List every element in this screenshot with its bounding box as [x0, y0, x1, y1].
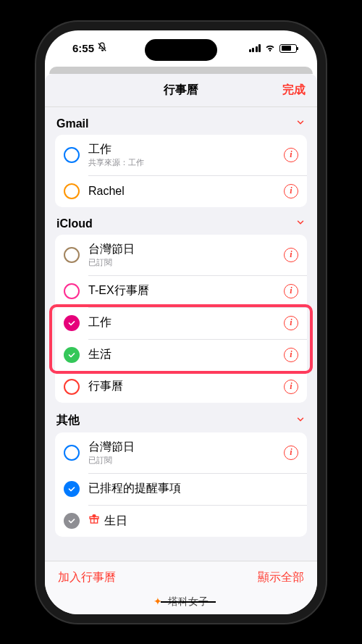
add-calendar-button[interactable]: 加入行事曆 — [58, 570, 116, 585]
watermark: ✦ 塔科女子 — [45, 593, 317, 614]
row-text: 工作共享來源：工作 — [88, 142, 284, 168]
sheet-header: 行事曆 完成 — [45, 74, 317, 107]
calendar-name: Rachel — [88, 185, 284, 198]
wifi-icon — [264, 44, 276, 53]
info-icon[interactable]: i — [284, 380, 298, 394]
calendar-row[interactable]: 台灣節日已訂閱i — [55, 432, 307, 473]
status-left: 6:55 — [72, 42, 107, 54]
calendar-row[interactable]: 行事曆i — [55, 371, 307, 403]
calendar-name: 已排程的提醒事項 — [88, 481, 298, 496]
chevron-down-icon[interactable] — [295, 414, 306, 427]
watermark-text: 塔科女子 — [168, 595, 209, 607]
phone-frame: 6:55 行事曆 完成 Gmail工作共享來源：工作iRacheliiCloud… — [36, 22, 326, 623]
phone-screen: 6:55 行事曆 完成 Gmail工作共享來源：工作iRacheliiCloud… — [45, 30, 317, 614]
section-title: Gmail — [56, 117, 88, 130]
calendar-row[interactable]: 工作共享來源：工作i — [55, 135, 307, 175]
calendar-checkbox[interactable] — [64, 315, 80, 331]
calendar-checkbox[interactable] — [64, 247, 80, 263]
info-icon[interactable]: i — [284, 284, 298, 298]
section-header[interactable]: Gmail — [45, 107, 317, 135]
calendar-subtitle: 已訂閱 — [88, 257, 284, 268]
done-button[interactable]: 完成 — [282, 83, 306, 98]
calendar-name: 工作 — [88, 315, 284, 330]
chevron-down-icon[interactable] — [295, 217, 306, 230]
row-text: 生日 — [88, 513, 298, 529]
show-all-button[interactable]: 顯示全部 — [258, 570, 304, 585]
sheet-backdrop — [49, 67, 313, 74]
calendar-row[interactable]: 已排程的提醒事項 — [55, 473, 307, 505]
content-area[interactable]: Gmail工作共享來源：工作iRacheliiCloud台灣節日已訂閱iT-EX… — [45, 107, 317, 561]
status-time: 6:55 — [72, 42, 94, 54]
calendar-name: 生日 — [88, 513, 298, 529]
calendar-name: T-EX行事曆 — [88, 283, 284, 298]
info-icon[interactable]: i — [284, 148, 298, 162]
calendar-checkbox[interactable] — [64, 379, 80, 395]
calendar-subtitle: 共享來源：工作 — [88, 157, 284, 168]
row-text: 工作 — [88, 315, 284, 330]
row-text: 行事曆 — [88, 379, 284, 394]
status-right — [249, 44, 298, 53]
row-text: 台灣節日已訂閱 — [88, 440, 284, 466]
calendar-checkbox[interactable] — [64, 283, 80, 299]
row-text: 台灣節日已訂閱 — [88, 242, 284, 268]
calendar-row[interactable]: 工作i — [55, 307, 307, 339]
info-icon[interactable]: i — [284, 248, 298, 262]
gift-icon — [88, 513, 100, 524]
battery-icon — [279, 44, 297, 53]
section-header[interactable]: 其他 — [45, 403, 317, 432]
row-text: 生活 — [88, 347, 284, 362]
sheet-title: 行事曆 — [164, 83, 198, 98]
section-header[interactable]: iCloud — [45, 207, 317, 235]
calendar-name: 台灣節日 — [88, 242, 284, 257]
calendar-checkbox[interactable] — [64, 445, 80, 461]
row-text: 已排程的提醒事項 — [88, 481, 298, 496]
info-icon[interactable]: i — [284, 446, 298, 460]
calendar-row[interactable]: 台灣節日已訂閱i — [55, 235, 307, 275]
bottom-toolbar: 加入行事曆 顯示全部 — [45, 561, 317, 593]
section-title: 其他 — [56, 413, 80, 428]
calendar-checkbox[interactable] — [64, 481, 80, 497]
row-text: Rachel — [88, 185, 284, 198]
calendar-list: 台灣節日已訂閱i已排程的提醒事項生日 — [55, 432, 307, 537]
calendar-checkbox[interactable] — [64, 183, 80, 199]
calendar-list: 工作共享來源：工作iRacheli — [55, 135, 307, 207]
calendar-name: 生活 — [88, 347, 284, 362]
calendar-row[interactable]: Racheli — [55, 175, 307, 207]
chevron-down-icon[interactable] — [295, 117, 306, 130]
section-title: iCloud — [56, 217, 93, 230]
calendar-name: 行事曆 — [88, 379, 284, 394]
dynamic-island — [145, 39, 217, 61]
row-text: T-EX行事曆 — [88, 283, 284, 298]
calendar-checkbox[interactable] — [64, 147, 80, 163]
calendar-row[interactable]: 生活i — [55, 339, 307, 371]
calendar-checkbox[interactable] — [64, 347, 80, 363]
silent-icon — [97, 42, 107, 54]
info-icon[interactable]: i — [284, 348, 298, 362]
info-icon[interactable]: i — [284, 316, 298, 330]
calendar-row[interactable]: T-EX行事曆i — [55, 275, 307, 307]
info-icon[interactable]: i — [284, 184, 298, 198]
signal-icon — [249, 44, 261, 52]
calendar-name: 台灣節日 — [88, 440, 284, 455]
calendar-subtitle: 已訂閱 — [88, 455, 284, 466]
calendar-name: 工作 — [88, 142, 284, 157]
calendar-checkbox[interactable] — [64, 513, 80, 529]
calendar-row[interactable]: 生日 — [55, 505, 307, 537]
calendar-list: 台灣節日已訂閱iT-EX行事曆i工作i生活i行事曆i — [55, 235, 307, 403]
